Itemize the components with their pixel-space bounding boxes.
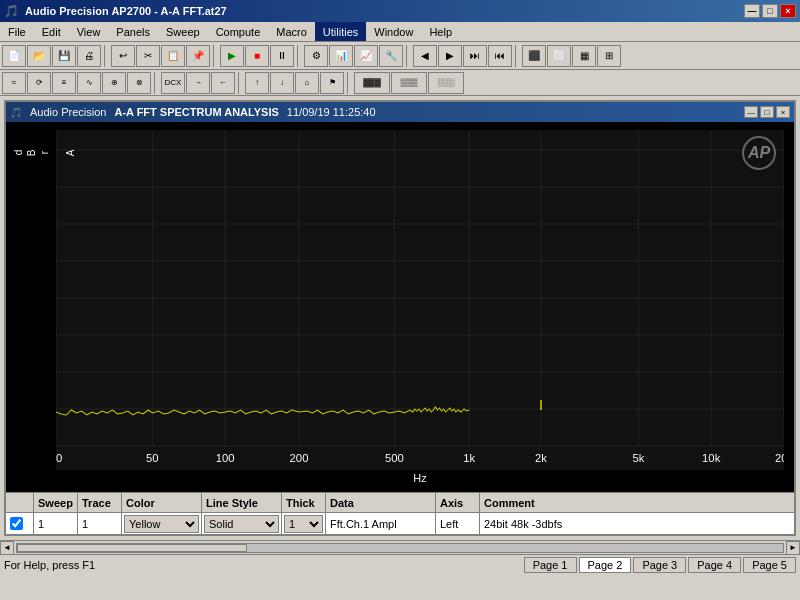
- tb2-btn-e[interactable]: ⊕: [102, 72, 126, 94]
- menu-utilities[interactable]: Utilities: [315, 22, 366, 41]
- minimize-button[interactable]: —: [744, 4, 760, 18]
- menu-window[interactable]: Window: [366, 22, 421, 41]
- tb-new[interactable]: 📄: [2, 45, 26, 67]
- svg-text:1k: 1k: [463, 452, 475, 464]
- scroll-right-button[interactable]: ►: [786, 541, 800, 555]
- tb2-btn-d[interactable]: ∿: [77, 72, 101, 94]
- menu-help[interactable]: Help: [421, 22, 460, 41]
- svg-text:20k: 20k: [775, 452, 784, 464]
- row-linestyle[interactable]: Solid: [202, 513, 282, 534]
- sub-window-controls[interactable]: — □ ×: [744, 106, 790, 118]
- trace-table-header: Sweep Trace Color Line Style Thick Data …: [6, 492, 794, 512]
- sub-maximize-button[interactable]: □: [760, 106, 774, 118]
- maximize-button[interactable]: □: [762, 4, 778, 18]
- sub-window-icon: 🎵: [10, 107, 22, 118]
- trace-checkbox[interactable]: [10, 517, 23, 530]
- row-comment: 24bit 48k -3dbfs: [480, 513, 794, 534]
- tb-paste[interactable]: 📌: [186, 45, 210, 67]
- tb2-btn-g[interactable]: DCX: [161, 72, 185, 94]
- tb-save[interactable]: 💾: [52, 45, 76, 67]
- status-bar: For Help, press F1 Page 1 Page 2 Page 3 …: [0, 554, 800, 574]
- tb-open[interactable]: 📂: [27, 45, 51, 67]
- tb2-btn-h[interactable]: →: [186, 72, 210, 94]
- scroll-thumb[interactable]: [17, 544, 247, 552]
- sub-close-button[interactable]: ×: [776, 106, 790, 118]
- tb2-btn-c[interactable]: ≡: [52, 72, 76, 94]
- svg-text:10k: 10k: [702, 452, 721, 464]
- menu-file[interactable]: File: [0, 22, 34, 41]
- title-bar-controls[interactable]: — □ ×: [744, 4, 796, 18]
- tb-copy[interactable]: 📋: [161, 45, 185, 67]
- menu-view[interactable]: View: [69, 22, 109, 41]
- horizontal-scrollbar[interactable]: ◄ ►: [0, 540, 800, 554]
- help-text: For Help, press F1: [4, 559, 95, 571]
- tb2-btn-a[interactable]: ≈: [2, 72, 26, 94]
- title-bar: 🎵 Audio Precision AP2700 - A-A FFT.at27 …: [0, 0, 800, 22]
- thick-select[interactable]: 1: [284, 515, 323, 533]
- col-header-comment: Comment: [480, 493, 794, 512]
- color-select[interactable]: Yellow: [124, 515, 199, 533]
- menu-bar: File Edit View Panels Sweep Compute Macr…: [0, 22, 800, 42]
- menu-edit[interactable]: Edit: [34, 22, 69, 41]
- tb-btn-k[interactable]: ▦: [572, 45, 596, 67]
- page-tab-4[interactable]: Page 4: [688, 557, 741, 573]
- chart-container: dBr A AP: [6, 122, 794, 492]
- tb-btn-h[interactable]: ⏮: [488, 45, 512, 67]
- row-trace: 1: [78, 513, 122, 534]
- svg-text:50: 50: [146, 452, 159, 464]
- sub-minimize-button[interactable]: —: [744, 106, 758, 118]
- tb2-btn-n[interactable]: ▓▓▓: [354, 72, 390, 94]
- tb2-btn-i[interactable]: ←: [211, 72, 235, 94]
- tb2-btn-j[interactable]: ↑: [245, 72, 269, 94]
- menu-macro[interactable]: Macro: [268, 22, 315, 41]
- row-checkbox[interactable]: [6, 513, 34, 534]
- page-tab-1[interactable]: Page 1: [524, 557, 577, 573]
- tb-pause[interactable]: ⏸: [270, 45, 294, 67]
- page-tab-3[interactable]: Page 3: [633, 557, 686, 573]
- tb-btn-i[interactable]: ⬛: [522, 45, 546, 67]
- tb2-btn-l[interactable]: ⌂: [295, 72, 319, 94]
- tb-btn-j[interactable]: ⬜: [547, 45, 571, 67]
- title-bar-left: 🎵 Audio Precision AP2700 - A-A FFT.at27: [4, 4, 227, 18]
- tb2-btn-o[interactable]: ▒▒▒: [391, 72, 427, 94]
- page-tab-2[interactable]: Page 2: [579, 557, 632, 573]
- row-color[interactable]: Yellow: [122, 513, 202, 534]
- chart-svg: +0 -20 -40 -60 -80 -100 -120 -140 -160 2…: [56, 130, 784, 470]
- tb2-btn-m[interactable]: ⚑: [320, 72, 344, 94]
- tb-run[interactable]: ▶: [220, 45, 244, 67]
- tb2-btn-k[interactable]: ↓: [270, 72, 294, 94]
- tb-btn-f[interactable]: ▶: [438, 45, 462, 67]
- row-data: Fft.Ch.1 Ampl: [326, 513, 436, 534]
- row-thick[interactable]: 1: [282, 513, 326, 534]
- scroll-track[interactable]: [16, 543, 784, 553]
- page-tabs[interactable]: Page 1 Page 2 Page 3 Page 4 Page 5: [524, 557, 796, 573]
- tb-btn-c[interactable]: 📈: [354, 45, 378, 67]
- tb2-btn-b[interactable]: ⟳: [27, 72, 51, 94]
- tb2-sep-1: [154, 72, 158, 94]
- svg-text:20: 20: [56, 452, 62, 464]
- tb-stop[interactable]: ■: [245, 45, 269, 67]
- scroll-left-button[interactable]: ◄: [0, 541, 14, 555]
- tb-btn-l[interactable]: ⊞: [597, 45, 621, 67]
- page-tab-5[interactable]: Page 5: [743, 557, 796, 573]
- tb-btn-e[interactable]: ◀: [413, 45, 437, 67]
- menu-sweep[interactable]: Sweep: [158, 22, 208, 41]
- tb-cut[interactable]: ✂: [136, 45, 160, 67]
- linestyle-select[interactable]: Solid: [204, 515, 279, 533]
- toolbar-separator-3: [297, 45, 301, 67]
- tb-btn-a[interactable]: ⚙: [304, 45, 328, 67]
- tb2-btn-f[interactable]: ⊗: [127, 72, 151, 94]
- tb-btn-g[interactable]: ⏭: [463, 45, 487, 67]
- tb-undo[interactable]: ↩: [111, 45, 135, 67]
- menu-compute[interactable]: Compute: [208, 22, 269, 41]
- tb-btn-b[interactable]: 📊: [329, 45, 353, 67]
- tb2-btn-p[interactable]: ░░░: [428, 72, 464, 94]
- col-header-data: Data: [326, 493, 436, 512]
- close-button[interactable]: ×: [780, 4, 796, 18]
- svg-text:2k: 2k: [535, 452, 547, 464]
- sub-window-timestamp: 11/09/19 11:25:40: [287, 106, 376, 118]
- sub-title-left: 🎵 Audio Precision A-A FFT SPECTRUM ANALY…: [10, 106, 376, 118]
- tb-btn-d[interactable]: 🔧: [379, 45, 403, 67]
- tb-print[interactable]: 🖨: [77, 45, 101, 67]
- menu-panels[interactable]: Panels: [108, 22, 158, 41]
